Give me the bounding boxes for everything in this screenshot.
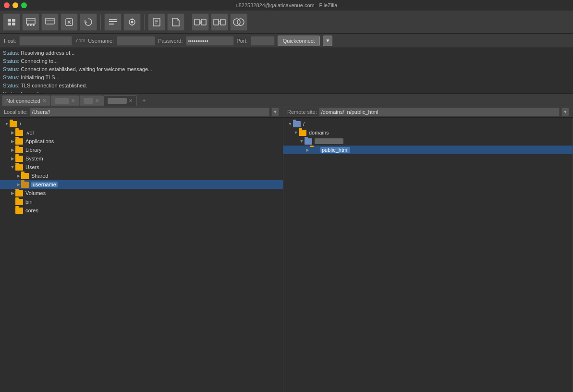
compare-files-button[interactable] [230,13,247,31]
vol-folder-icon [15,130,23,136]
remote-tree-public-html[interactable]: ▶ public_html [283,146,573,154]
tab-3-close[interactable]: ✕ [95,98,99,103]
tab-4-close[interactable]: ✕ [129,98,133,103]
local-tree-library[interactable]: ▶ Library [0,146,283,154]
local-tree-applications[interactable]: ▶ Applications [0,137,283,146]
system-arrow-icon: ▶ [10,156,15,161]
local-tree-system[interactable]: ▶ System [0,154,283,163]
users-arrow-icon: ▼ [10,165,15,170]
svg-rect-2 [8,23,11,25]
svg-rect-0 [8,19,11,22]
svg-rect-15 [109,21,117,22]
new-tab-button[interactable]: + [139,95,149,106]
svg-rect-14 [109,19,117,20]
users-label: Users [25,164,39,170]
password-input[interactable] [186,36,234,46]
remote-root-label: / [303,121,305,127]
remote-root-folder-icon [293,121,301,127]
remote-site-dropdown[interactable]: ▼ [561,108,569,116]
library-folder-icon [15,147,23,153]
cores-label: cores [25,208,38,213]
status-line-6: Status: Logged in [3,90,570,94]
tab-not-connected[interactable]: Not connected ✕ [2,95,50,106]
host-input[interactable] [19,36,72,46]
port-label: Port: [237,38,248,44]
library-label: Library [25,147,42,153]
masked-label: ■■■■■ [315,138,343,144]
remote-site-path[interactable] [319,108,560,116]
username-input[interactable] [117,36,155,46]
remote-site-section: Remote site: ▼ [283,106,573,117]
close-button[interactable] [4,2,10,8]
local-tree-users[interactable]: ▼ Users [0,163,283,172]
svg-rect-1 [12,19,15,22]
local-tree-scroll[interactable]: ▼ / ▶ .vol ▶ Applications ▶ [0,118,283,392]
local-tree-shared[interactable]: ▶ Shared [0,172,283,180]
public-html-arrow-icon: ▶ [305,147,310,152]
main-panels: ▼ / ▶ .vol ▶ Applications ▶ [0,118,573,392]
quickconnect-button[interactable]: Quickconnect [278,36,320,46]
local-tree-vol[interactable]: ▶ .vol [0,128,283,137]
minimize-button[interactable] [12,2,18,8]
reconnect-server-button[interactable] [80,13,97,31]
svg-rect-30 [214,19,219,25]
vol-arrow-icon: ▶ [10,130,15,135]
local-tree-panel: ▼ / ▶ .vol ▶ Applications ▶ [0,118,283,392]
host-label: Host: [4,38,16,44]
tab-close-button[interactable]: ✕ [42,98,46,103]
status-line-5: Status: TLS connection established. [3,82,570,90]
username-label: Username: [88,38,114,44]
svg-point-7 [30,24,32,26]
maximize-button[interactable] [21,2,27,8]
queue-button[interactable] [104,13,122,31]
tab-2-close[interactable]: ✕ [71,98,75,103]
disconnect-button[interactable] [41,13,59,31]
remote-tree-root[interactable]: ▼ / [283,120,573,128]
system-folder-icon [15,156,23,162]
status-line-4: Status: Initializing TLS... [3,74,570,82]
applications-arrow-icon: ▶ [10,139,15,144]
tab-4-active[interactable]: ✕ [103,95,137,106]
volumes-folder-icon [15,190,23,196]
root-label: / [20,121,21,127]
site-manager-button[interactable] [3,13,20,31]
separator-3 [188,14,188,30]
remote-tree-domains[interactable]: ▼ domains [283,128,573,137]
shared-folder-icon [21,173,29,179]
separator-1 [100,14,101,30]
tab-3[interactable]: ✕ [79,95,103,106]
port-input[interactable] [251,36,275,46]
public-html-folder-icon [310,147,318,153]
local-site-section: Local site: ▼ [0,106,283,117]
download-button[interactable] [167,13,184,31]
show-hidden-button[interactable] [123,13,141,31]
local-tree-bin[interactable]: bin [0,197,283,206]
local-tree-cores[interactable]: cores [0,206,283,215]
tab-2[interactable]: ✕ [50,95,79,106]
volumes-label: Volumes [25,190,46,196]
quickconnect-dropdown-button[interactable]: ▼ [323,36,332,46]
local-tree-volumes[interactable]: ▶ Volumes [0,189,283,197]
remote-tree-masked[interactable]: ▼ ■■■■■ [283,137,573,146]
site-bar: Local site: ▼ Remote site: ▼ [0,106,573,118]
local-tree-root[interactable]: ▼ / [0,120,283,128]
masked-arrow-icon: ▼ [299,139,305,144]
upload-button[interactable] [148,13,165,31]
traffic-lights [4,2,27,8]
sync-browsing-button[interactable] [211,13,228,31]
svg-rect-21 [153,18,160,26]
local-tree-username[interactable]: ▶ username [0,180,283,189]
cancel-button[interactable] [61,13,78,31]
processing-queue-button[interactable] [192,13,209,31]
remote-tree-scroll[interactable]: ▼ / ▼ domains ▼ ■■■■■ ▶ [283,118,573,392]
remote-site-label: Remote site: [287,109,317,115]
local-site-dropdown[interactable]: ▼ [271,108,279,116]
tab-label: Not connected [6,98,40,104]
root-arrow-icon: ▼ [4,122,10,126]
reconnect-button[interactable] [22,13,39,31]
local-site-path[interactable] [30,108,269,116]
local-site-label: Local site: [4,109,28,115]
status-line-2: Status: Connecting to... [3,57,570,65]
svg-rect-31 [220,19,225,25]
library-arrow-icon: ▶ [10,147,15,152]
